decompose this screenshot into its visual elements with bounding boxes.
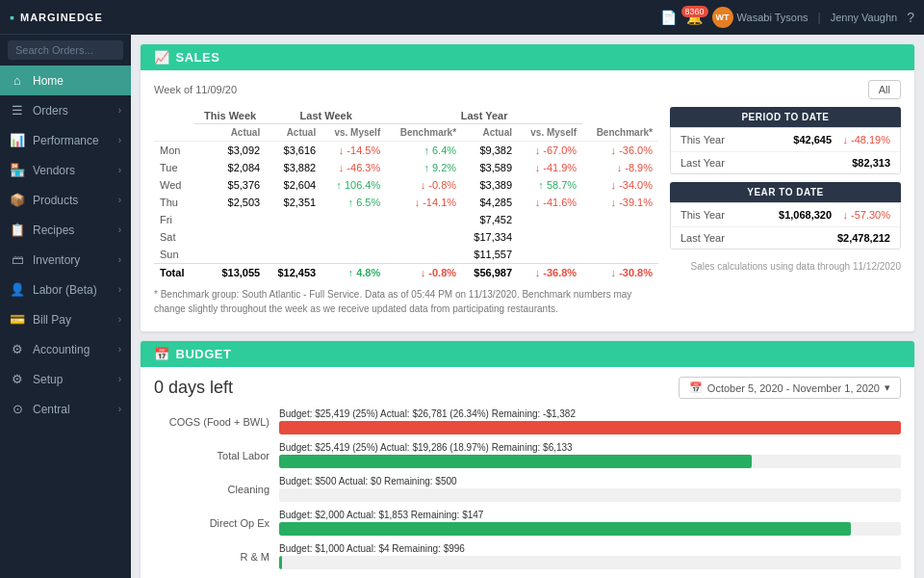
lw-actual-cell: $3,616 — [266, 142, 321, 160]
lw-bm-cell — [386, 246, 462, 264]
document-icon[interactable]: 📄 — [660, 10, 677, 25]
ytd-last-year-row: Last Year $2,478,212 — [671, 227, 900, 249]
table-row: Thu $2,503 $2,351 ↑ 6.5% ↓ -14.1% $4,285… — [154, 194, 658, 211]
ly-vs-cell: ↓ -41.9% — [518, 159, 582, 176]
total-row: Total $13,055 $12,453 ↑ 4.8% ↓ -0.8% $56… — [154, 264, 658, 282]
sidebar-item-accounting-label: Accounting — [33, 343, 90, 356]
ly-bm-cell — [582, 211, 658, 228]
user2-info[interactable]: Jenny Vaughn — [831, 12, 898, 23]
sidebar-item-billpay[interactable]: 💳 Bill Pay › — [0, 304, 131, 334]
sidebar-item-products[interactable]: 📦 Products › — [0, 185, 131, 215]
user1-info[interactable]: WT Wasabi Tysons — [712, 7, 808, 28]
lw-vs-cell: ↓ -46.3% — [321, 159, 386, 176]
ytd-last-year-value: $2,478,212 — [837, 232, 890, 244]
day-cell: Fri — [154, 211, 194, 228]
week-label-text: Week of 11/09/20 — [154, 84, 237, 95]
lw-vs-cell — [321, 246, 386, 264]
performance-icon: 📊 — [10, 133, 25, 147]
budget-row-label: Direct Op Ex — [154, 517, 279, 529]
ptd-this-year-row: This Year $42,645 ↓ -48.19% — [671, 128, 900, 152]
sidebar-item-products-label: Products — [33, 194, 78, 207]
data-through-note: Sales calculations using data through 11… — [670, 261, 901, 272]
sidebar-logo: ▪ MARGINEDGE — [0, 0, 131, 35]
day-cell: Sat — [154, 228, 194, 246]
user1-avatar: WT — [712, 7, 733, 28]
notification-bell[interactable]: 🔔 8360 — [686, 10, 703, 25]
lw-bm-cell: ↓ -0.8% — [386, 176, 462, 194]
sales-section-header: 📈 SALES — [141, 44, 914, 70]
budget-bar-text: Budget: $2,000 Actual: $1,853 Remaining:… — [279, 510, 901, 520]
lw-vs-cell: ↑ 6.5% — [321, 194, 386, 211]
budget-bar-text: Budget: $25,419 (25%) Actual: $26,781 (2… — [279, 408, 901, 419]
sidebar-item-accounting[interactable]: ⚙ Accounting › — [0, 334, 131, 364]
lw-actual-cell — [266, 246, 321, 264]
ly-actual-cell: $9,382 — [462, 142, 518, 160]
budget-row-label: Cleaning — [154, 484, 279, 495]
day-cell: Wed — [154, 176, 194, 194]
date-range-button[interactable]: 📅 October 5, 2020 - November 1, 2020 ▾ — [679, 377, 901, 399]
sidebar: ▪ MARGINEDGE ⌂ Home ☰ Orders › 📊 Perform… — [0, 0, 131, 578]
inventory-icon: 🗃 — [10, 252, 25, 267]
lw-vs-header: vs. Myself — [321, 124, 386, 142]
budget-row: COGS (Food + BWL) Budget: $25,419 (25%) … — [154, 408, 901, 434]
sidebar-item-labor-label: Labor (Beta) — [33, 283, 97, 297]
lw-bm-cell: ↓ -14.1% — [386, 194, 462, 211]
sidebar-item-recipes[interactable]: 📋 Recipes › — [0, 215, 131, 245]
sidebar-item-performance[interactable]: 📊 Performance › — [0, 125, 131, 155]
user1-name: Wasabi Tysons — [737, 12, 808, 23]
performance-chevron: › — [118, 135, 121, 145]
this-week-header: This Week — [194, 107, 266, 124]
recipes-chevron: › — [118, 224, 121, 235]
help-icon[interactable]: ? — [907, 10, 914, 25]
sidebar-item-labor[interactable]: 👤 Labor (Beta) › — [0, 275, 131, 304]
home-icon: ⌂ — [10, 73, 25, 88]
total-ly-bm: ↓ -30.8% — [582, 264, 658, 282]
ytd-this-year-row: This Year $1,068,320 ↓ -57.30% — [671, 203, 900, 227]
budget-bar-area: Budget: $500 Actual: $0 Remaining: $500 — [279, 476, 901, 502]
ytd-this-year-label: This Year — [680, 209, 725, 221]
sales-body: Week of 11/09/20 All This Week Last Week… — [141, 70, 914, 331]
search-input[interactable] — [8, 40, 123, 60]
ly-actual-cell: $3,589 — [462, 159, 518, 176]
lw-actual-cell: $2,604 — [266, 176, 321, 194]
bar-fill — [279, 522, 851, 536]
budget-bar-text: Budget: $1,000 Actual: $4 Remaining: $99… — [279, 543, 901, 554]
ly-actual-header: Actual — [462, 124, 518, 142]
sales-section-label: SALES — [176, 50, 220, 65]
products-icon: 📦 — [10, 193, 25, 207]
ly-actual-cell: $7,452 — [462, 211, 518, 228]
table-row: Sat $17,334 — [154, 228, 658, 246]
sidebar-item-orders[interactable]: ☰ Orders › — [0, 95, 131, 125]
ptd-last-year-row: Last Year $82,313 — [671, 152, 900, 173]
accounting-icon: ⚙ — [10, 342, 25, 356]
ly-bm-cell: ↓ -8.9% — [582, 159, 658, 176]
topbar-divider: | — [818, 11, 821, 24]
vendors-chevron: › — [118, 165, 121, 175]
sidebar-item-inventory[interactable]: 🗃 Inventory › — [0, 245, 131, 275]
sidebar-item-central[interactable]: ⊙ Central › — [0, 394, 131, 424]
labor-chevron: › — [118, 284, 121, 295]
ly-vs-cell: ↓ -67.0% — [518, 142, 582, 160]
calendar-icon: 📅 — [689, 381, 703, 394]
lw-bm-cell — [386, 211, 462, 228]
lw-actual-cell: $2,351 — [266, 194, 321, 211]
tw-actual-cell — [194, 228, 266, 246]
bar-track — [279, 522, 901, 536]
sales-table-wrap: This Week Last Week Last Year Actual Act… — [154, 107, 901, 322]
all-button[interactable]: All — [868, 80, 901, 99]
accounting-chevron: › — [118, 344, 121, 355]
central-chevron: › — [118, 404, 121, 414]
ytd-this-year-change: ↓ -57.30% — [842, 209, 890, 221]
ly-actual-cell: $17,334 — [462, 228, 518, 246]
day-cell: Thu — [154, 194, 194, 211]
sales-table: This Week Last Week Last Year Actual Act… — [154, 107, 658, 281]
sidebar-item-orders-label: Orders — [33, 104, 68, 118]
ly-vs-cell: ↓ -41.6% — [518, 194, 582, 211]
ptd-last-year-value: $82,313 — [852, 157, 890, 169]
bar-fill — [279, 455, 752, 468]
sidebar-item-setup[interactable]: ⚙ Setup › — [0, 364, 131, 394]
budget-rows: COGS (Food + BWL) Budget: $25,419 (25%) … — [154, 408, 901, 578]
bar-fill — [279, 556, 282, 569]
sidebar-item-vendors[interactable]: 🏪 Vendors › — [0, 155, 131, 185]
sidebar-item-home[interactable]: ⌂ Home — [0, 66, 131, 95]
